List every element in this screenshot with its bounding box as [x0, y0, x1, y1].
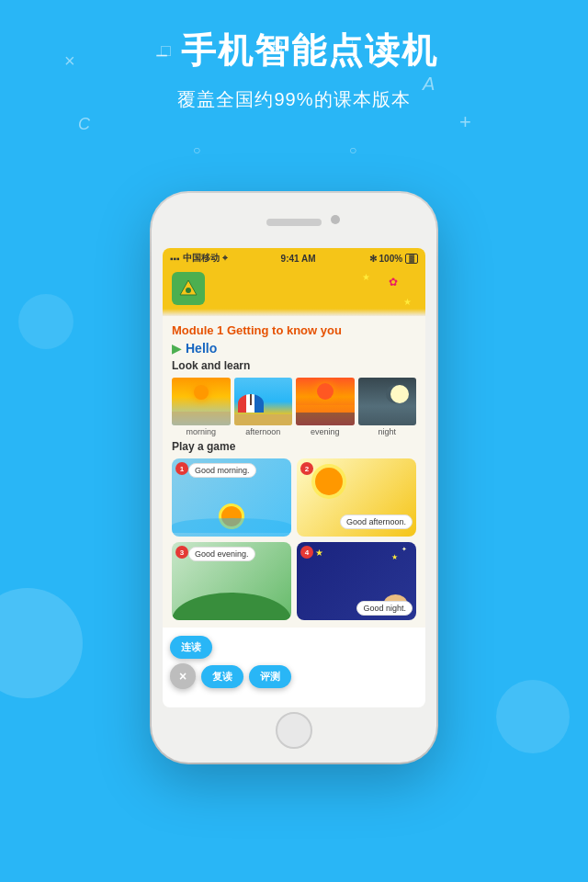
ping-ce-button[interactable]: 评测	[249, 665, 291, 688]
carrier-label: 中国移动	[183, 252, 220, 265]
camera	[331, 215, 340, 224]
decor-small-circle: ○	[193, 142, 200, 157]
float-row-2: × 复读 评测	[170, 663, 291, 689]
decor-star2: ★	[403, 297, 412, 307]
game-bubble-2: Good afternoon.	[340, 514, 413, 529]
image-item-morning[interactable]: morning	[172, 378, 231, 436]
wave-divider	[163, 309, 425, 316]
game-num-2: 2	[300, 462, 313, 475]
module-title: Module 1 Getting to know you	[172, 323, 416, 337]
label-night: night	[358, 427, 417, 436]
moon-shape	[390, 385, 409, 403]
label-evening: evening	[296, 427, 355, 436]
game-cell-3[interactable]: 3 Good evening.	[172, 542, 291, 620]
star-icon-2: ★	[391, 553, 398, 561]
star-icon-3: ✦	[401, 546, 407, 553]
play-icon: ▶	[172, 341, 182, 356]
close-button[interactable]: ×	[170, 663, 196, 689]
svg-point-1	[186, 288, 191, 293]
speaker	[266, 219, 322, 226]
game-cell-4[interactable]: 4 ★ ★ ✦ Good night.	[297, 542, 416, 620]
game-cell-2[interactable]: 2 Good afternoon.	[297, 458, 416, 537]
status-right: ✻ 100% ▓	[369, 254, 418, 264]
float-row-1: 连读	[170, 636, 212, 659]
hill-shape	[172, 593, 291, 620]
decor-star1: ★	[362, 272, 370, 282]
game-num-4: 4	[300, 546, 313, 559]
time-label: 9:41 AM	[281, 254, 316, 264]
image-item-evening[interactable]: evening	[296, 378, 355, 436]
image-item-night[interactable]: night	[358, 378, 417, 436]
image-item-afternoon[interactable]: afternoon	[234, 378, 293, 436]
wifi-icon: ⌖	[222, 253, 228, 264]
wave-1	[172, 518, 291, 533]
app-main-content: Module 1 Getting to know you ▶ Hello Loo…	[163, 316, 425, 628]
image-grid: morning af	[172, 378, 416, 436]
fu-du-button[interactable]: 复读	[201, 665, 243, 688]
battery-icon: ▓	[405, 254, 418, 264]
phone-mockup: ▪▪▪ 中国移动 ⌖ 9:41 AM ✻ 100% ▓	[152, 193, 436, 763]
status-bar: ▪▪▪ 中国移动 ⌖ 9:41 AM ✻ 100% ▓	[163, 248, 425, 268]
phone-outer: ▪▪▪ 中国移动 ⌖ 9:41 AM ✻ 100% ▓	[152, 193, 436, 763]
lian-du-button[interactable]: 连读	[170, 636, 212, 659]
game-bubble-3: Good evening.	[188, 547, 255, 561]
app-header: ✿ ★ ★	[163, 268, 425, 309]
header-dash-left: －	[150, 39, 174, 71]
game-cell-1[interactable]: 1 Good morning.	[172, 458, 291, 537]
hello-text: Hello	[186, 341, 217, 356]
decor-plus: +	[459, 110, 471, 134]
float-buttons: 连读 × 复读 评测	[170, 636, 291, 689]
umbrella-decor	[242, 385, 260, 405]
bluetooth-icon: ✻	[369, 254, 377, 264]
decor-c: C	[78, 115, 90, 134]
game-num-3: 3	[175, 546, 188, 559]
header: － 手机智能点读机 覆盖全国约99%的课本版本	[0, 28, 588, 112]
game-grid: 1 Good morning. 2 Good afternoon.	[172, 458, 416, 620]
game-bubble-1: Good morning.	[188, 463, 256, 478]
decor-flower: ✿	[389, 276, 398, 288]
signal-icon: ▪▪▪	[170, 254, 180, 264]
game-num-1: 1	[175, 462, 188, 475]
battery-label: 100%	[379, 254, 403, 264]
header-title: 手机智能点读机	[181, 28, 438, 74]
app-logo	[172, 272, 205, 305]
header-subtitle: 覆盖全国约99%的课本版本	[0, 87, 588, 112]
label-afternoon: afternoon	[234, 427, 293, 436]
star-icon-1: ★	[315, 548, 323, 558]
label-morning: morning	[172, 427, 231, 436]
sun-icon-2	[315, 468, 343, 495]
game-bubble-4: Good night.	[356, 601, 413, 616]
decor-small-circle2: ○	[349, 142, 356, 157]
play-game-title: Play a game	[172, 440, 416, 453]
status-left: ▪▪▪ 中国移动 ⌖	[170, 252, 228, 265]
phone-screen: ▪▪▪ 中国移动 ⌖ 9:41 AM ✻ 100% ▓	[163, 248, 425, 707]
hello-row[interactable]: ▶ Hello	[172, 341, 416, 356]
home-button[interactable]	[276, 712, 312, 749]
look-learn-title: Look and learn	[172, 359, 416, 372]
